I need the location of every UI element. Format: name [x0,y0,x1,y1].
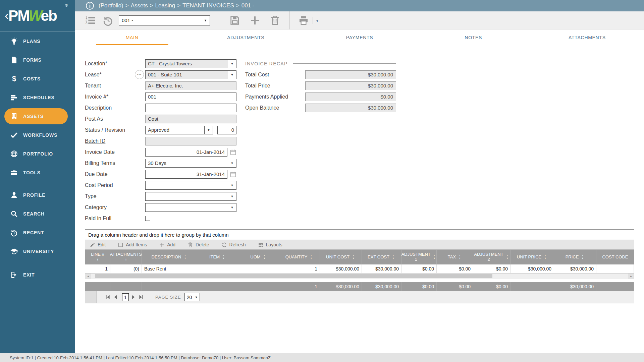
status-select[interactable]: Approved [145,126,213,134]
column-header-description[interactable]: DESCRIPTION⋮ [142,250,197,264]
grid-add-items-button[interactable]: Add Items [118,242,147,248]
scroll-right-arrow-icon[interactable]: ▸ [628,274,634,279]
sidebar-item-tools[interactable]: TOOLS [0,163,75,182]
column-header-tax[interactable]: TAX⋮ [437,250,473,264]
grid-layouts-button[interactable]: Layouts [258,242,282,248]
numbered-list-icon[interactable]: 123 [85,15,96,26]
column-menu-icon[interactable]: ⋮ [505,255,509,260]
sidebar-item-exit[interactable]: EXIT [0,265,75,284]
column-header-quantity[interactable]: QUANTITY⋮ [279,250,320,264]
scrollbar-thumb[interactable] [95,274,492,278]
page-size-caret[interactable] [193,293,200,301]
column-menu-icon[interactable]: ⋮ [543,255,547,260]
attachments-link[interactable]: (0) [133,266,139,272]
type-caret[interactable] [228,192,236,200]
column-header-cost-code[interactable]: COST CODE [596,250,634,264]
sidebar-item-profile[interactable]: PROFILE [0,186,75,204]
column-menu-icon[interactable]: ⋮ [262,255,267,260]
breadcrumb-portfolio[interactable]: (Portfolio) [99,2,123,9]
lease-more-options-button[interactable]: ••• [135,70,144,79]
lease-caret[interactable] [228,71,236,79]
grid-refresh-button[interactable]: Refresh [221,242,246,248]
tab-attachments[interactable]: ATTACHMENTS [530,29,644,45]
category-select[interactable] [145,203,236,212]
location-select[interactable]: CT - Crystal Towers [145,59,236,68]
column-header-line[interactable]: LINE #⋮ [85,250,110,264]
record-selector-dropdown[interactable]: 001 - [119,15,210,25]
invoice-number-input[interactable]: 001 [145,93,236,101]
billing-terms-select[interactable]: 30 Days [145,159,236,168]
billing-terms-caret[interactable] [228,159,236,167]
column-header-unit-price[interactable]: UNIT PRICE⋮ [511,250,554,264]
type-select[interactable] [145,192,236,201]
sidebar-item-workflows[interactable]: WORKFLOWS [0,126,75,144]
column-header-price[interactable]: PRICE⋮ [554,250,596,264]
status-caret[interactable] [204,126,213,134]
column-header-item[interactable]: ITEM⋮ [197,250,238,264]
column-header-adjustment-1[interactable]: ADJUSTMENT 1⋮ [401,250,437,264]
invoice-date-input[interactable]: 01-Jan-2014 [145,148,227,157]
sidebar-item-recent[interactable]: RECENT [0,223,75,242]
save-icon[interactable] [229,15,240,26]
sidebar-item-assets[interactable]: ASSETS [0,107,75,126]
tab-notes[interactable]: NOTES [417,29,530,45]
cost-period-caret[interactable] [228,181,236,189]
location-caret[interactable] [228,60,236,68]
page-size-select[interactable]: 20 [184,293,200,301]
info-icon[interactable] [86,1,94,10]
sidebar-item-university[interactable]: UNIVERSITY [0,242,75,261]
grid-edit-button[interactable]: Edit [90,242,106,248]
revision-input[interactable]: 0 [217,126,236,134]
column-menu-icon[interactable]: ⋮ [432,255,437,260]
next-page-icon[interactable] [130,294,136,300]
column-header-adjustment-2[interactable]: ADJUSTMENT 2⋮ [473,250,511,264]
first-page-icon[interactable] [105,294,111,300]
column-menu-icon[interactable]: ⋮ [351,255,356,260]
tab-payments[interactable]: PAYMENTS [303,29,416,45]
sidebar-item-forms[interactable]: FORMS [0,51,75,69]
column-menu-icon[interactable]: ⋮ [458,255,462,260]
print-menu-caret-icon[interactable] [316,17,319,23]
print-icon[interactable] [298,15,309,26]
description-input[interactable] [145,104,236,112]
add-record-icon[interactable] [249,15,261,26]
column-menu-icon[interactable]: ⋮ [580,255,585,260]
category-caret[interactable] [228,203,236,212]
scroll-left-arrow-icon[interactable]: ◂ [85,274,91,279]
field-row-paid-in-full: Paid in Full [85,213,634,224]
tab-adjustments[interactable]: ADJUSTMENTS [189,29,303,45]
previous-page-icon[interactable] [113,294,118,300]
column-menu-icon[interactable]: ⋮ [221,255,226,260]
scrollbar-track[interactable] [91,274,628,279]
due-date-input[interactable]: 31-Jan-2014 [145,170,227,179]
column-header-unit-cost[interactable]: UNIT COST⋮ [320,250,362,264]
last-page-icon[interactable] [138,294,144,300]
sidebar-item-schedules[interactable]: SCHEDULES [0,88,75,107]
grid-add-button[interactable]: Add [159,242,175,248]
column-menu-icon[interactable]: ⋮ [391,255,395,260]
column-menu-icon[interactable]: ⋮ [309,255,313,260]
sidebar-item-costs[interactable]: $ COSTS [0,69,75,88]
paid-in-full-checkbox[interactable] [145,216,150,221]
delete-record-icon[interactable] [269,15,281,26]
column-header-uom[interactable]: UOM⋮ [238,250,279,264]
column-menu-icon[interactable]: ⋮ [183,255,187,260]
grid-delete-button[interactable]: Delete [187,242,209,248]
revision-history-icon[interactable] [102,15,114,26]
record-selector-caret[interactable] [201,16,210,25]
column-menu-icon[interactable]: ⋮ [124,257,128,262]
horizontal-scrollbar[interactable]: ◂ ▸ [85,274,634,279]
tab-main[interactable]: MAIN [75,29,189,45]
sidebar-item-portfolio[interactable]: PORTFOLIO [0,144,75,163]
cost-period-select[interactable] [145,181,236,190]
calendar-icon[interactable] [230,149,236,156]
calendar-icon[interactable] [230,171,236,178]
current-page-box[interactable]: 1 [122,293,129,301]
column-header-ext-cost[interactable]: EXT COST⋮ [362,250,401,264]
sidebar-item-plans[interactable]: PLANS [0,32,75,51]
batch-id-link[interactable]: Batch ID [85,138,145,144]
column-header-attachments[interactable]: ATTACHMENTS⋮ [110,250,142,264]
column-menu-icon[interactable]: ⋮ [96,257,100,262]
lease-select[interactable]: 001 - Suite 101 [145,70,236,79]
sidebar-item-search[interactable]: SEARCH [0,204,75,223]
